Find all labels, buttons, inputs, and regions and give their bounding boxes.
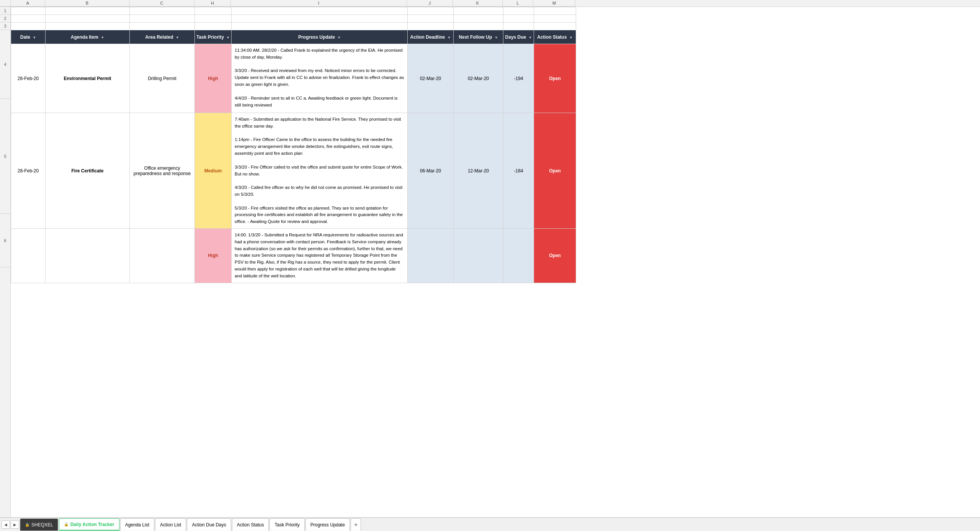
- tab-next-btn[interactable]: ▶: [11, 520, 19, 529]
- cell-priority-6: High: [195, 229, 232, 283]
- filter-icon-agenda[interactable]: ▼: [101, 36, 104, 39]
- cell-agenda-6: [46, 229, 130, 283]
- row-num-4: 4: [0, 30, 10, 99]
- header-action-deadline: Action Deadline ▼: [408, 30, 454, 44]
- cell-date-4: 28-Feb-20: [11, 44, 46, 113]
- cell-priority-5: Medium: [195, 113, 232, 229]
- table-row: [11, 7, 576, 15]
- cell-followup-4: 02-Mar-20: [454, 44, 503, 113]
- cell-progress-6: 14:00. 1/3/20 - Submitted a Request for …: [232, 229, 408, 283]
- cell-area-6: [130, 229, 195, 283]
- cell-area-4: Drilling Permit: [130, 44, 195, 113]
- table-row: [11, 15, 576, 23]
- col-header-J[interactable]: J: [407, 0, 453, 7]
- cell-date-6: [11, 229, 46, 283]
- table-row: High 14:00. 1/3/20 - Submitted a Request…: [11, 229, 576, 283]
- tab-action-list[interactable]: Action List: [155, 518, 186, 531]
- cell-days-6: [503, 229, 534, 283]
- cell-deadline-5: 06-Mar-20: [408, 113, 454, 229]
- tab-sheqxel[interactable]: 🔒 SHEQXEL: [20, 518, 58, 531]
- tab-progress-update[interactable]: Progress Update: [305, 518, 350, 531]
- filter-icon-area[interactable]: ▼: [176, 36, 179, 39]
- header-next-follow-up: Next Follow Up ▼: [454, 30, 503, 44]
- row-num-6: 6: [0, 214, 10, 267]
- tab-action-status[interactable]: Action Status: [232, 518, 269, 531]
- cell-followup-5: 12-Mar-20: [454, 113, 503, 229]
- cell-days-5: -184: [503, 113, 534, 229]
- col-header-A[interactable]: A: [11, 0, 45, 7]
- lock-icon-sheqxel: 🔒: [25, 523, 29, 527]
- cell-progress-5: 7:40am - Submitted an application to the…: [232, 113, 408, 229]
- cell-date-5: 28-Feb-20: [11, 113, 46, 229]
- cell-priority-4: High: [195, 44, 232, 113]
- filter-icon-status[interactable]: ▼: [569, 36, 573, 39]
- filter-icon-days[interactable]: ▼: [529, 36, 532, 39]
- tab-bar: ◀ ▶ 🔒 SHEQXEL 🔒 Daily Action Tracker Age…: [0, 517, 980, 531]
- cell-agenda-5: Fire Certificate: [46, 113, 130, 229]
- header-date: Date ▼: [11, 30, 46, 44]
- row-num-2: 2: [0, 15, 10, 22]
- cell-agenda-4: Environmental Permit: [46, 44, 130, 113]
- cell-status-6: Open: [534, 229, 576, 283]
- cell-followup-6: [454, 229, 503, 283]
- cell-days-4: -194: [503, 44, 534, 113]
- cell-status-4: Open: [534, 44, 576, 113]
- app-container: A B C H I J K L M 1 2 3 4 5 6: [0, 0, 980, 531]
- table-row: 28-Feb-20 Fire Certificate Office emerge…: [11, 113, 576, 229]
- filter-icon-progress[interactable]: ▼: [337, 36, 341, 39]
- header-progress-update: Progress Update ▼: [232, 30, 408, 44]
- header-task-priority: Task Priority ▼: [195, 30, 232, 44]
- cell-deadline-4: 02-Mar-20: [408, 44, 454, 113]
- table-header-row: Date ▼ Agenda Item ▼ Area Related ▼ Ta: [11, 30, 576, 44]
- row-num-3: 3: [0, 22, 10, 30]
- table-row: [11, 23, 576, 30]
- filter-icon-followup[interactable]: ▼: [495, 36, 498, 39]
- col-header-C[interactable]: C: [129, 0, 194, 7]
- header-action-status: Action Status ▼: [534, 30, 576, 44]
- cell-area-5: Office emergency preparedness and respon…: [130, 113, 195, 229]
- lock-icon-daily: 🔒: [64, 522, 69, 526]
- header-days-due: Days Due ▼: [503, 30, 534, 44]
- col-header-M[interactable]: M: [533, 0, 575, 7]
- col-header-L[interactable]: L: [503, 0, 533, 7]
- cell-progress-4: 11:34:00 AM. 28/2/20 - Called Frank to e…: [232, 44, 408, 113]
- row-num-1: 1: [0, 7, 10, 15]
- cell-deadline-6: [408, 229, 454, 283]
- tab-task-priority[interactable]: Task Priority: [270, 518, 304, 531]
- table-row: 28-Feb-20 Environmental Permit Drilling …: [11, 44, 576, 113]
- cell-status-5: Open: [534, 113, 576, 229]
- tab-agenda-list[interactable]: Agenda List: [120, 518, 154, 531]
- header-area-related: Area Related ▼: [130, 30, 195, 44]
- col-header-B[interactable]: B: [45, 0, 129, 7]
- filter-icon-deadline[interactable]: ▼: [448, 36, 451, 39]
- tab-prev-btn[interactable]: ◀: [2, 520, 10, 529]
- filter-icon-date[interactable]: ▼: [33, 36, 36, 39]
- filter-icon-priority[interactable]: ▼: [226, 36, 230, 39]
- col-header-H[interactable]: H: [194, 0, 231, 7]
- header-agenda-item: Agenda Item ▼: [46, 30, 130, 44]
- tab-add-btn[interactable]: +: [351, 518, 361, 531]
- row-num-5: 5: [0, 99, 10, 214]
- spreadsheet-area: A B C H I J K L M 1 2 3 4 5 6: [0, 0, 980, 517]
- col-header-I[interactable]: I: [231, 0, 407, 7]
- tab-action-due-days[interactable]: Action Due Days: [187, 518, 231, 531]
- tab-daily-action-tracker[interactable]: 🔒 Daily Action Tracker: [59, 518, 119, 531]
- col-header-K[interactable]: K: [453, 0, 503, 7]
